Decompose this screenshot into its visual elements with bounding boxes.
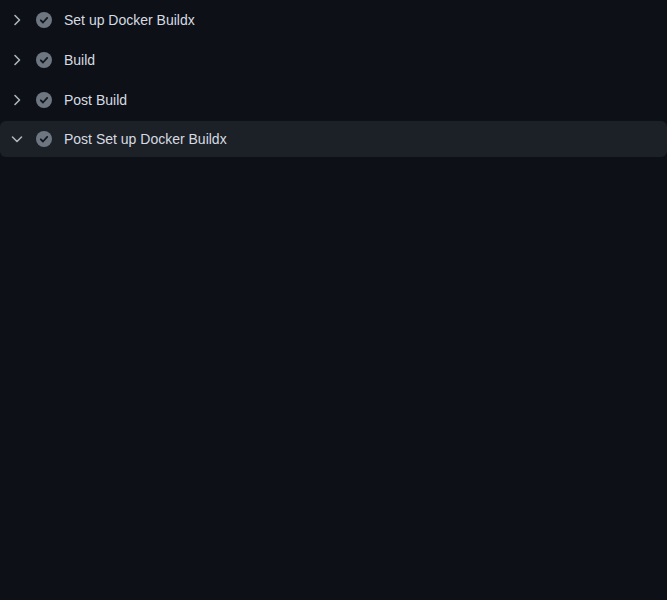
step-label: Set up Docker Buildx xyxy=(64,12,195,28)
check-circle-icon xyxy=(36,12,52,28)
step-label: Post Set up Docker Buildx xyxy=(64,131,227,147)
log-line: 20time="2021-04-23T18:02:38Z" level=debu… xyxy=(0,589,667,600)
step-row[interactable]: Post Set up Docker Buildx xyxy=(0,121,667,157)
log-line: 4time="2021-04-23T18:02:37Z" level=info … xyxy=(0,229,667,249)
log-line: 10time="2021-04-23T18:02:37Z" level=info… xyxy=(0,369,667,389)
log-line: 2▼BuildKit container logs xyxy=(0,189,667,209)
log-line: 9time="2021-04-23T18:02:37Z" level=warni… xyxy=(0,349,667,369)
check-circle-icon xyxy=(36,52,52,68)
step-row[interactable]: Set up Docker Buildx xyxy=(0,0,667,40)
log-line: 1Post job cleanup. xyxy=(0,169,667,189)
log-line: application/vnd.oci.image.index.v1+json,… xyxy=(0,569,667,589)
check-circle-icon xyxy=(36,131,52,147)
step-list: Set up Docker Buildx Build xyxy=(0,0,667,157)
log-line: 6time="2021-04-23T18:02:37Z" level=info … xyxy=(0,269,667,289)
log-line: 5time="2021-04-23T18:02:37Z" level=warni… xyxy=(0,249,667,269)
chevron-right-icon xyxy=(9,52,25,68)
step-row[interactable]: Post Build xyxy=(0,80,667,120)
chevron-right-icon xyxy=(9,12,25,28)
check-circle-icon xyxy=(36,92,52,108)
step-row[interactable]: Build xyxy=(0,40,667,80)
log-line: 7time="2021-04-23T18:02:37Z" level=warni… xyxy=(0,309,667,329)
step-label: Build xyxy=(64,52,95,68)
log-line: 8time="2021-04-23T18:02:37Z" level=info … xyxy=(0,329,667,349)
log-line: 16time="2021-04-23T18:02:38Z" level=debu… xyxy=(0,489,667,509)
chevron-right-icon xyxy=(9,92,25,108)
log-line: 14time="2021-04-23T18:02:38Z" level=debu… xyxy=(0,449,667,469)
step-label: Post Build xyxy=(64,92,127,108)
log-line: 3/usr/bin/docker logs buildx_buildkit_bu… xyxy=(0,209,667,229)
log-line: 12time="2021-04-23T18:02:38Z" level=debu… xyxy=(0,409,667,429)
chevron-down-icon xyxy=(9,131,25,147)
log-viewer: 1Post job cleanup. 2▼BuildKit container … xyxy=(0,169,667,600)
log-line: 18time="2021-04-23T18:02:38Z" level=debu… xyxy=(0,529,667,549)
log-line: 11time="2021-04-23T18:02:38Z" level=debu… xyxy=(0,389,667,409)
log-line: 17time="2021-04-23T18:02:38Z" level=debu… xyxy=(0,509,667,529)
log-line: 15time="2021-04-23T18:02:38Z" level=debu… xyxy=(0,469,667,489)
log-line: 19time="2021-04-23T18:02:38Z" level=debu… xyxy=(0,549,667,569)
log-line: linux/riscv64 linux/ppc64le linux/s390x … xyxy=(0,289,667,309)
log-line: 13time="2021-04-23T18:02:38Z" level=debu… xyxy=(0,429,667,449)
